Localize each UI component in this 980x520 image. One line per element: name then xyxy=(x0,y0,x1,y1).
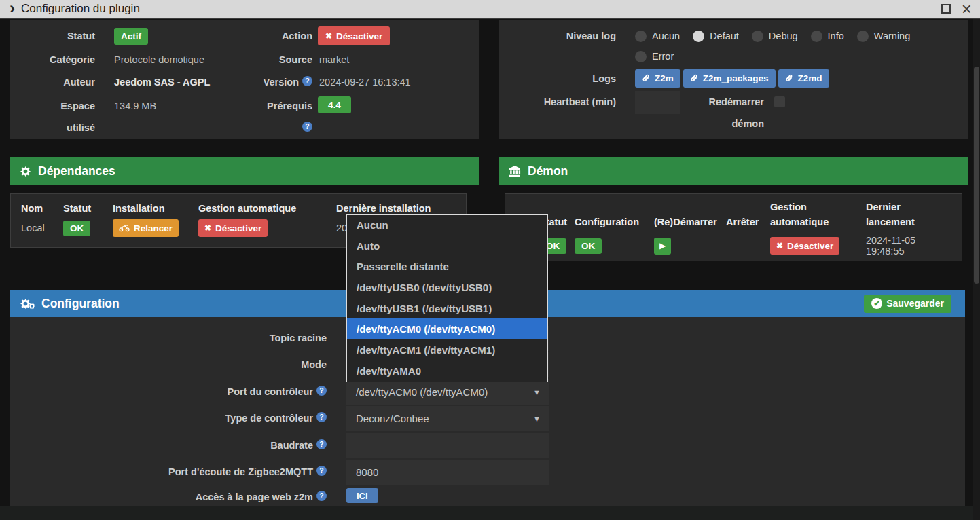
col-arreter: Arrêter xyxy=(726,215,770,229)
field-label-text: Port du contrôleur xyxy=(228,386,313,397)
baudrate-input[interactable] xyxy=(346,433,549,458)
demon-dernier-value: 2024-11-05 19:48:55 xyxy=(866,235,927,257)
redemarrer-demon-label: Redémarrer démon xyxy=(693,91,764,134)
radio-label: Defaut xyxy=(710,31,739,41)
save-button[interactable]: ✔ Sauvegarder xyxy=(864,295,951,313)
field-label-text: Mode xyxy=(301,359,327,370)
dropdown-option-selected[interactable]: /dev/ttyACM0 (/dev/ttyACM0) xyxy=(347,318,547,339)
dropdown-option[interactable]: /dev/ttyAMA0 xyxy=(347,360,547,382)
dropdown-option[interactable]: Passerelle distante xyxy=(347,256,547,277)
espace-label: Espace utilisé xyxy=(41,95,95,138)
source-label: Source xyxy=(214,49,312,71)
dropdown-option[interactable]: /dev/ttyACM1 (/dev/ttyACM1) xyxy=(347,339,547,360)
field-label-text: Topic racine xyxy=(270,333,327,343)
radio-label: Warning xyxy=(874,31,910,41)
heartbeat-label: Heartbeat (min) xyxy=(499,91,616,113)
dep-derniere-value: 20 xyxy=(336,223,347,234)
radio-icon xyxy=(635,51,647,62)
status-badge: Actif xyxy=(114,28,148,45)
cross-icon: ✖ xyxy=(776,242,783,250)
relancer-button[interactable]: Relancer xyxy=(113,219,179,237)
topic-racine-label: Topic racine xyxy=(10,326,327,351)
log-z2m-button[interactable]: Z2m xyxy=(635,69,680,88)
plugin-info-panel: Statut Actif Catégorie Protocole domotiq… xyxy=(10,20,479,139)
dep-desactiver-button[interactable]: ✖ Désactiver xyxy=(198,219,268,237)
type-controleur-label: Type de contrôleur? xyxy=(10,406,327,431)
close-icon[interactable]: × xyxy=(962,3,972,15)
dependances-header: Dépendances xyxy=(10,157,479,185)
radio-label: Error xyxy=(652,51,674,62)
chevron-down-icon: ▼ xyxy=(533,415,541,423)
help-icon[interactable]: ? xyxy=(316,466,327,476)
log-level-radio-defaut[interactable]: Defaut xyxy=(693,30,739,42)
dropdown-option[interactable]: /dev/ttyUSB0 (/dev/ttyUSB0) xyxy=(347,277,547,298)
mode-label: Mode xyxy=(10,352,327,377)
log-z2m-packages-button[interactable]: Z2m_packages xyxy=(683,69,776,88)
demon-config-badge: OK xyxy=(575,238,602,254)
type-controleur-select[interactable]: Deconz/Conbee ▼ xyxy=(346,406,549,431)
help-icon[interactable]: ? xyxy=(302,122,312,132)
log-level-radio-info[interactable]: Info xyxy=(811,30,844,42)
port-ecoute-input[interactable] xyxy=(346,460,549,485)
cross-icon: ✖ xyxy=(204,224,211,232)
categorie-value: Protocole domotique xyxy=(114,49,204,71)
select-value: /dev/ttyACM0 (/dev/ttyACM0) xyxy=(356,386,488,398)
log-file-buttons: Z2m Z2m_packages Z2md xyxy=(635,69,829,88)
demon-desactiver-button[interactable]: ✖ Désactiver xyxy=(770,237,839,255)
demon-table-header: Statut Configuration (Re)Démarrer Arrête… xyxy=(539,200,927,229)
log-button-label: Z2m_packages xyxy=(703,73,769,83)
log-level-radio-debug[interactable]: Debug xyxy=(752,30,798,42)
radio-selected-icon xyxy=(693,31,704,42)
col-nom: Nom xyxy=(21,201,63,216)
help-icon[interactable]: ? xyxy=(316,491,327,501)
col-redemarrer: (Re)Démarrer xyxy=(654,215,726,229)
port-controleur-select[interactable]: /dev/ttyACM0 (/dev/ttyACM0) ▼ xyxy=(346,379,549,405)
disable-plugin-button[interactable]: ✖ Désactiver xyxy=(318,26,390,45)
help-icon[interactable]: ? xyxy=(316,386,327,396)
log-level-radio-warning[interactable]: Warning xyxy=(857,30,910,42)
log-z2md-button[interactable]: Z2md xyxy=(778,69,829,88)
help-icon[interactable]: ? xyxy=(316,412,327,422)
col-installation: Installation xyxy=(113,201,198,216)
paperclip-icon xyxy=(690,74,699,83)
maximize-icon[interactable] xyxy=(941,4,951,14)
port-controleur-label: Port du contrôleur? xyxy=(10,379,327,405)
radio-icon xyxy=(857,31,869,42)
dropdown-option[interactable]: Aucun xyxy=(347,215,547,236)
scrollbar-thumb[interactable] xyxy=(974,67,979,284)
demon-desactiver-label: Désactiver xyxy=(787,241,833,251)
field-label-text: Accès à la page web z2m xyxy=(196,491,313,502)
demon-header: Démon xyxy=(499,157,968,185)
table-row: Local OK Relancer ✖ Désactiver 20 xyxy=(21,219,347,238)
scrollbar-track[interactable] xyxy=(973,19,980,520)
gears-icon xyxy=(20,298,35,310)
help-icon[interactable]: ? xyxy=(302,76,312,86)
ici-button-label: ICI xyxy=(357,491,368,501)
paperclip-icon xyxy=(642,74,651,83)
chevron-right-icon: › xyxy=(10,1,15,16)
dep-statut-badge: OK xyxy=(63,221,90,236)
paperclip-icon xyxy=(785,74,794,83)
dropdown-option[interactable]: Auto xyxy=(347,236,547,257)
heartbeat-input[interactable] xyxy=(635,91,680,114)
prerequis-label: Prérequis ? xyxy=(214,95,312,138)
port-dropdown-list: Aucun Auto Passerelle distante /dev/ttyU… xyxy=(346,214,548,382)
logs-label: Logs xyxy=(499,68,616,90)
acces-web-label: Accès à la page web z2m? xyxy=(10,487,327,506)
radio-label: Aucun xyxy=(652,31,680,41)
prerequis-label-text: Prérequis xyxy=(267,100,312,111)
help-icon[interactable]: ? xyxy=(316,439,327,449)
ici-button[interactable]: ICI xyxy=(346,488,378,503)
check-circle-icon: ✔ xyxy=(871,298,882,309)
log-level-radio-error[interactable]: Error xyxy=(635,50,674,62)
dropdown-option[interactable]: /dev/ttyUSB1 (/dev/ttyUSB1) xyxy=(347,298,547,319)
redemarrer-demon-checkbox[interactable] xyxy=(774,96,785,107)
demon-table: Statut Configuration (Re)Démarrer Arrête… xyxy=(505,193,962,261)
log-panel: Niveau log Aucun Defaut Debug Info Warni… xyxy=(499,20,968,139)
play-icon: ▶ xyxy=(659,241,666,250)
start-daemon-button[interactable]: ▶ xyxy=(654,238,671,255)
cross-icon: ✖ xyxy=(325,32,332,40)
source-value: market xyxy=(319,49,349,71)
motorcycle-icon xyxy=(119,224,130,232)
log-level-radio-aucun[interactable]: Aucun xyxy=(635,30,680,42)
